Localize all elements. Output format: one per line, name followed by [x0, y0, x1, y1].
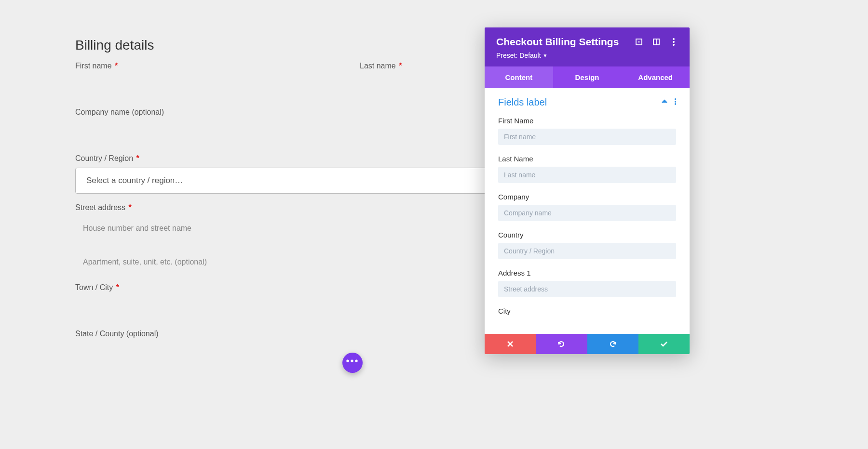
first-name-field: First name * — [75, 62, 340, 98]
setting-first-name: First Name — [498, 117, 676, 145]
setting-country-label: Country — [498, 231, 676, 239]
required-marker: * — [136, 154, 139, 162]
setting-address1-input[interactable] — [498, 281, 676, 297]
setting-first-name-input[interactable] — [498, 129, 676, 145]
columns-icon[interactable] — [652, 38, 661, 46]
setting-company: Company — [498, 193, 676, 221]
required-marker: * — [399, 62, 402, 70]
redo-button[interactable] — [587, 334, 638, 354]
setting-address1: Address 1 — [498, 269, 676, 297]
svg-point-8 — [675, 101, 676, 102]
setting-last-name-input[interactable] — [498, 167, 676, 183]
panel-tabs: Content Design Advanced — [485, 66, 690, 88]
collapse-icon[interactable] — [661, 98, 668, 107]
tab-content[interactable]: Content — [485, 66, 553, 88]
panel-header-actions — [635, 38, 678, 46]
panel-footer — [485, 334, 690, 354]
svg-point-5 — [673, 41, 674, 42]
setting-country-input[interactable] — [498, 243, 676, 259]
ellipsis-icon: ••• — [346, 356, 359, 366]
section-header: Fields label — [498, 97, 676, 108]
more-icon[interactable] — [669, 38, 678, 46]
svg-point-1 — [638, 41, 640, 43]
tab-advanced[interactable]: Advanced — [621, 66, 690, 88]
section-more-icon[interactable] — [675, 98, 676, 107]
expand-icon[interactable] — [635, 38, 643, 46]
setting-company-input[interactable] — [498, 205, 676, 221]
settings-panel: Checkout Billing Settings Preset: Defaul… — [485, 27, 690, 354]
required-marker: * — [116, 283, 119, 291]
undo-button[interactable] — [536, 334, 587, 354]
panel-header: Checkout Billing Settings Preset: Defaul… — [485, 27, 690, 66]
panel-title: Checkout Billing Settings — [496, 36, 619, 48]
required-marker: * — [115, 62, 118, 70]
setting-city: City — [498, 307, 676, 315]
close-button[interactable] — [485, 334, 536, 354]
required-marker: * — [129, 203, 132, 211]
caret-down-icon: ▼ — [543, 53, 548, 58]
svg-point-9 — [675, 103, 676, 105]
first-name-input[interactable] — [75, 75, 340, 98]
section-title: Fields label — [498, 97, 547, 108]
first-name-label: First name * — [75, 62, 340, 70]
panel-body[interactable]: Fields label First Name Last Name Compan… — [485, 88, 690, 334]
setting-city-label: City — [498, 307, 676, 315]
setting-last-name-label: Last Name — [498, 155, 676, 163]
close-icon — [507, 341, 514, 347]
setting-last-name: Last Name — [498, 155, 676, 183]
redo-icon — [609, 340, 617, 348]
setting-country: Country — [498, 231, 676, 259]
preset-selector[interactable]: Preset: Default ▼ — [496, 52, 548, 59]
tab-design[interactable]: Design — [553, 66, 622, 88]
save-button[interactable] — [638, 334, 690, 354]
setting-company-label: Company — [498, 193, 676, 201]
undo-icon — [557, 340, 566, 348]
setting-address1-label: Address 1 — [498, 269, 676, 277]
setting-first-name-label: First Name — [498, 117, 676, 125]
page-settings-fab[interactable]: ••• — [342, 353, 363, 373]
svg-point-6 — [673, 44, 674, 45]
svg-point-4 — [673, 38, 674, 40]
svg-point-7 — [675, 98, 676, 100]
check-icon — [660, 340, 668, 348]
